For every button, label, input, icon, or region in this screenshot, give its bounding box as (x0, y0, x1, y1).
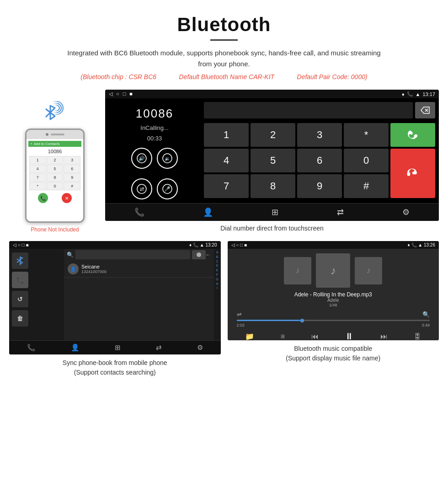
music-folder-icon[interactable]: 📁 (245, 332, 254, 340)
key-2[interactable]: 2 (251, 123, 295, 147)
key-4[interactable]: 4 (204, 149, 249, 172)
phone-end-button: ✕ (62, 193, 72, 203)
square-btn[interactable]: □ (123, 91, 126, 97)
svg-text:🔉: 🔉 (165, 156, 171, 161)
key-6[interactable]: 6 (297, 149, 342, 172)
pb-nav-transfer[interactable]: ⇄ (156, 343, 162, 352)
pb-phone-icon[interactable]: 📞 (12, 272, 28, 288)
pb-back-icon[interactable]: ◁ (13, 242, 16, 247)
pb-search-icon[interactable]: 🔍 (67, 252, 74, 258)
pb-letter-b[interactable]: B (216, 255, 219, 259)
music-back-icon[interactable]: ◁ (231, 242, 235, 247)
music-times: 2:02 3:49 (237, 323, 430, 327)
music-track-name: Adele - Rolling In the Deep.mp3 (294, 291, 372, 298)
phone-not-included-label: Phone Not Included (31, 226, 79, 233)
volume-down-button[interactable]: 🔉 (157, 148, 178, 169)
pb-nav-contacts[interactable]: 👤 (71, 343, 80, 352)
phone-key-4: 4 (29, 165, 46, 173)
dial-right-panel: 1 2 3 * 4 5 6 0 (204, 102, 435, 199)
mute-button[interactable]: 🎤 (157, 178, 178, 199)
menu-btn[interactable]: ■ (129, 91, 133, 97)
transfer-button[interactable]: ⇄ (131, 178, 152, 199)
pb-menu-icon[interactable]: ■ (26, 242, 28, 247)
music-menu-icon[interactable]: ■ (244, 242, 247, 247)
pb-nav-settings[interactable]: ⚙ (197, 343, 203, 352)
phone-speaker (51, 134, 64, 135)
pb-contact-item[interactable]: 👤 Seicane 13241007000 (64, 261, 214, 278)
phone-contact-bar: +Add to Contacts (28, 141, 81, 147)
nav-contacts-icon[interactable]: 👤 (203, 207, 213, 217)
pb-letter-i[interactable]: I (217, 286, 218, 290)
pb-letter-g[interactable]: G (216, 277, 218, 282)
pb-nav-bar: 📞 👤 ⊞ ⇄ ⚙ (9, 340, 221, 354)
key-3[interactable]: 3 (297, 123, 342, 147)
pb-time: 13:20 (205, 242, 217, 247)
nav-transfer-icon[interactable]: ⇄ (337, 207, 344, 217)
music-prev-button[interactable]: ⏮ (311, 333, 319, 341)
dial-caption: Dial number direct from touchscreen (105, 225, 439, 232)
pb-status-bar: ◁ ○ □ ■ ♦ 📞 ▲ 13:20 (9, 241, 221, 249)
call-end-button[interactable] (390, 149, 435, 198)
music-list-icon[interactable]: ≡ (281, 333, 285, 341)
pb-letters: A B C D E F G H I (214, 249, 221, 340)
music-play-button[interactable]: ⏸ (345, 331, 354, 340)
pb-square-icon[interactable]: □ (22, 242, 25, 247)
dial-input-field[interactable] (204, 102, 413, 118)
home-btn[interactable]: ○ (116, 91, 119, 97)
pb-letter-d[interactable]: D (216, 263, 218, 268)
pb-contact-number: 13241007000 (81, 269, 107, 274)
dial-backspace-button[interactable] (415, 102, 435, 118)
pb-nav-phone[interactable]: 📞 (27, 343, 36, 352)
call-answer-button[interactable] (390, 123, 435, 147)
music-time-current: 2:02 (237, 323, 245, 327)
phone-number: 10086 (28, 147, 81, 155)
key-1[interactable]: 1 (204, 123, 249, 147)
music-search-icon[interactable]: 🔍 (422, 311, 430, 318)
bluetooth-signal (39, 99, 71, 126)
pb-home-icon[interactable]: ○ (18, 242, 21, 247)
chip-model: (Bluetooth chip : CSR BC6 (80, 73, 156, 80)
dial-timer: 00:33 (147, 135, 162, 142)
pb-nav-dialpad[interactable]: ⊞ (115, 343, 121, 352)
music-progress: ⇌ 🔍 2:02 3:49 (232, 311, 435, 327)
chip-code: Default Pair Code: 0000) (297, 73, 368, 80)
key-hash[interactable]: # (344, 174, 389, 198)
pb-back-arrow[interactable]: ← (206, 252, 211, 258)
phonebook-section: ◁ ○ □ ■ ♦ 📞 ▲ 13:20 (9, 241, 221, 377)
music-album-left: ♪ (284, 257, 311, 284)
pb-layout: 📞 ↺ 🗑 🔍 ← 👤 (9, 249, 221, 340)
nav-phone-icon[interactable]: 📞 (134, 207, 144, 217)
pb-call-icon: 📞 (193, 242, 198, 247)
key-7[interactable]: 7 (204, 174, 249, 198)
pb-delete-icon[interactable]: 🗑 (12, 310, 28, 327)
phonebook-caption-line2: (Support contacts searching) (9, 368, 221, 377)
pb-sync-icon[interactable]: ↺ (12, 291, 28, 307)
pb-search-input[interactable] (75, 250, 190, 259)
pb-letter-c[interactable]: C (216, 259, 218, 264)
volume-up-button[interactable]: 🔊 (131, 148, 152, 169)
music-square-icon[interactable]: □ (240, 242, 243, 247)
music-status-left: ◁ ○ □ ■ (231, 242, 247, 247)
key-9[interactable]: 9 (297, 174, 342, 198)
pb-letter-h[interactable]: H (216, 282, 218, 286)
pb-letter-e[interactable]: E (216, 268, 219, 273)
music-progress-bar[interactable] (237, 320, 430, 321)
music-eq-icon[interactable]: 🎛 (414, 333, 421, 341)
dial-extra-controls: ⇄ 🎤 (131, 175, 178, 199)
back-btn[interactable]: ◁ (109, 91, 112, 97)
pb-bt-icon[interactable] (12, 252, 28, 269)
key-5[interactable]: 5 (251, 149, 295, 172)
bottom-screenshots: ◁ ○ □ ■ ♦ 📞 ▲ 13:20 (0, 241, 448, 386)
dial-keypad: 1 2 3 * 4 5 6 0 (204, 123, 435, 198)
key-0[interactable]: 0 (344, 149, 389, 172)
pb-letter-f[interactable]: F (216, 273, 218, 277)
key-8[interactable]: 8 (251, 174, 295, 198)
nav-settings-icon[interactable]: ⚙ (402, 207, 410, 217)
music-shuffle-icon[interactable]: ⇌ (237, 311, 242, 318)
nav-dialpad-icon[interactable]: ⊞ (272, 207, 278, 217)
pb-letter-a[interactable]: A (216, 250, 219, 255)
pb-contact-name: Seicane (81, 264, 107, 269)
key-star[interactable]: * (344, 123, 389, 147)
music-next-button[interactable]: ⏭ (380, 333, 388, 341)
music-home-icon[interactable]: ○ (236, 242, 239, 247)
